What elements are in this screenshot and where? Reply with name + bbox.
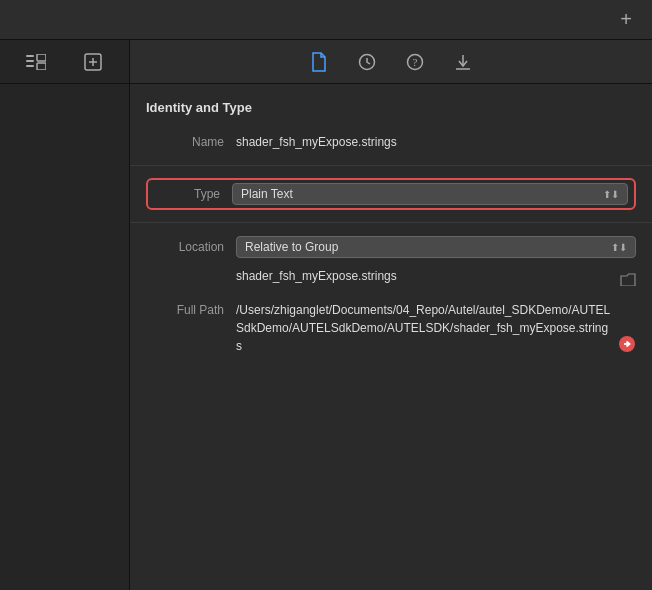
fullpath-label: Full Path: [146, 301, 236, 317]
fullpath-row: Full Path /Users/zhiganglet/Documents/04…: [130, 297, 652, 359]
type-dropdown-arrow: ⬆⬇: [603, 189, 619, 200]
history-inspector-icon[interactable]: [353, 48, 381, 76]
type-dropdown[interactable]: Plain Text ⬆⬇: [232, 183, 628, 205]
name-row: Name shader_fsh_myExpose.strings: [130, 127, 652, 157]
svg-rect-2: [26, 65, 34, 67]
location-label: Location: [146, 240, 236, 254]
divider-1: [130, 165, 652, 166]
sidebar-add-icon[interactable]: [77, 46, 109, 78]
main-layout: ? Identity and Type Name shader_fsh_myEx…: [0, 40, 652, 590]
name-value: shader_fsh_myExpose.strings: [236, 135, 636, 149]
filepath-content: shader_fsh_myExpose.strings: [236, 267, 636, 289]
section-title: Identity and Type: [130, 100, 652, 127]
navigate-arrow-icon[interactable]: [618, 331, 636, 355]
svg-text:?: ?: [413, 56, 418, 68]
sidebar-list-icon[interactable]: [20, 46, 52, 78]
type-row-wrapper: Type Plain Text ⬆⬇: [130, 174, 652, 214]
filepath-row: shader_fsh_myExpose.strings: [130, 263, 652, 293]
fullpath-text: /Users/zhiganglet/Documents/04_Repo/Aute…: [236, 301, 614, 355]
sidebar-content: [0, 84, 129, 590]
add-button[interactable]: +: [612, 6, 640, 34]
name-label: Name: [146, 135, 236, 149]
inspector-content: Identity and Type Name shader_fsh_myExpo…: [130, 84, 652, 590]
content-panel: ? Identity and Type Name shader_fsh_myEx…: [130, 40, 652, 590]
type-label: Type: [154, 187, 232, 201]
top-bar: +: [0, 0, 652, 40]
filepath-label: [146, 267, 236, 269]
location-dropdown-value: Relative to Group: [245, 240, 338, 254]
location-dropdown[interactable]: Relative to Group ⬆⬇: [236, 236, 636, 258]
help-inspector-icon[interactable]: ?: [401, 48, 429, 76]
svg-rect-0: [26, 55, 34, 57]
location-dropdown-arrow: ⬆⬇: [611, 242, 627, 253]
svg-rect-4: [37, 63, 46, 70]
type-dropdown-value: Plain Text: [241, 187, 293, 201]
file-inspector-icon[interactable]: [305, 48, 333, 76]
filepath-text: shader_fsh_myExpose.strings: [236, 267, 616, 285]
svg-rect-1: [26, 60, 34, 62]
fullpath-content: /Users/zhiganglet/Documents/04_Repo/Aute…: [236, 301, 636, 355]
folder-icon: [620, 268, 636, 289]
location-row: Location Relative to Group ⬆⬇: [130, 231, 652, 263]
inspector-toolbar: ?: [130, 40, 652, 84]
type-highlight-border: Type Plain Text ⬆⬇: [146, 178, 636, 210]
divider-2: [130, 222, 652, 223]
svg-rect-3: [37, 54, 46, 61]
download-inspector-icon[interactable]: [449, 48, 477, 76]
sidebar: [0, 40, 130, 590]
sidebar-toolbar: [0, 40, 129, 84]
